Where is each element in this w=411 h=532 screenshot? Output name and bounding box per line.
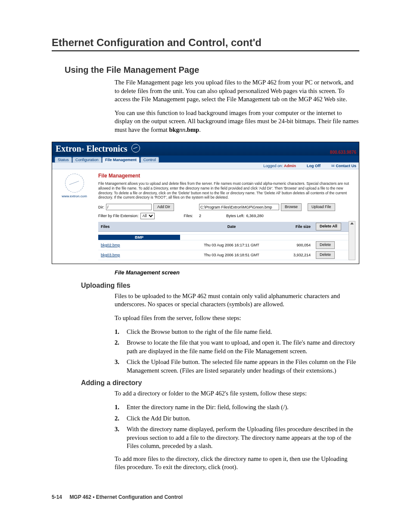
step-text: Enter the directory name in the Dir: fie… bbox=[127, 403, 359, 412]
logged-user: Admin bbox=[284, 164, 296, 168]
th-date: Date bbox=[185, 222, 278, 232]
figure-caption: File Management screen bbox=[115, 269, 359, 276]
fm-note: File Management allows you to upload and… bbox=[98, 181, 355, 200]
info-strip: Logged on: Admin Log Off ✉ Contact Us bbox=[52, 162, 359, 169]
tab-bar: Status Configuration File Management Con… bbox=[52, 156, 359, 162]
step-text: Browse to locate the file that you want … bbox=[127, 339, 359, 355]
p2-bold2: .bmp bbox=[185, 126, 199, 133]
intro-paragraph-2: You can use this function to load backgr… bbox=[115, 109, 359, 134]
bytes-value: 6,369,280 bbox=[246, 214, 264, 218]
file-size: 3,932,214 bbox=[278, 250, 313, 260]
adddir-p1: To add a directory or folder to the MGP … bbox=[115, 389, 359, 398]
adddir-p2: To add more files to the directory, clic… bbox=[115, 455, 359, 472]
file-link[interactable]: bkg03.bmp bbox=[101, 253, 120, 257]
tab-control[interactable]: Control bbox=[140, 157, 159, 163]
upload-p1: Files to be uploaded to the MGP 462 must… bbox=[115, 292, 359, 309]
delete-button[interactable]: Delete bbox=[316, 251, 335, 259]
page-number: 5-14 bbox=[52, 494, 62, 500]
logoff-link[interactable]: Log Off bbox=[307, 164, 321, 168]
file-path-input[interactable] bbox=[199, 204, 279, 210]
intro-paragraph-1: The File Management page lets you upload… bbox=[115, 78, 359, 104]
dir-label: Dir: bbox=[98, 205, 104, 209]
mail-icon: ✉ bbox=[331, 164, 335, 168]
tab-status[interactable]: Status bbox=[55, 157, 72, 163]
upload-file-button[interactable]: Upload File bbox=[308, 203, 335, 211]
p2-dot: . bbox=[199, 126, 201, 133]
file-size: 900,054 bbox=[278, 240, 313, 250]
filter-select[interactable]: All bbox=[140, 213, 155, 219]
brand-extron: Extron bbox=[56, 144, 81, 153]
file-management-screenshot: Extron® Electronics Status Configuration… bbox=[52, 142, 359, 264]
files-count: 2 bbox=[199, 214, 201, 218]
step-text: Click the Add Dir button. bbox=[127, 414, 359, 423]
th-files: Files bbox=[98, 222, 185, 232]
sub-uploading-files: Uploading files bbox=[81, 282, 359, 289]
scroll-up-icon bbox=[350, 222, 354, 224]
files-label: Files: bbox=[184, 214, 193, 218]
th-size: File size bbox=[278, 222, 313, 232]
brand-banner: Extron® Electronics bbox=[52, 142, 359, 156]
delete-button[interactable]: Delete bbox=[316, 241, 335, 249]
step-num: 3. bbox=[115, 358, 127, 375]
contact-link[interactable]: Contact Us bbox=[336, 164, 356, 168]
step-num: 1. bbox=[115, 403, 127, 412]
dir-input[interactable] bbox=[106, 204, 152, 210]
page-footer: 5-14 MGP 462 • Ethernet Configuration an… bbox=[52, 494, 359, 500]
step-num: 1. bbox=[115, 328, 127, 336]
files-table: Files Date File size Delete All BMP bkg0… bbox=[98, 222, 349, 260]
filter-label: Filter by File Extension: bbox=[98, 214, 139, 218]
upload-steps: 1.Click the Browse button to the right o… bbox=[115, 328, 359, 375]
brand-globe-icon bbox=[131, 144, 140, 152]
table-row: bkg02.bmp Thu 03 Aug 2006 16:17:11 GMT 9… bbox=[98, 240, 349, 250]
step-num: 2. bbox=[115, 414, 127, 423]
brand-electronics: Electronics bbox=[84, 144, 127, 153]
chapter-rule bbox=[52, 50, 359, 51]
footer-text: MGP 462 • Ethernet Configuration and Con… bbox=[69, 494, 183, 500]
logged-label: Logged on: bbox=[263, 164, 284, 168]
p2-bold1: bkg bbox=[169, 126, 179, 133]
chapter-title: Ethernet Configuration and Control, cont… bbox=[52, 37, 359, 49]
section-using-file-mgmt: Using the File Management Page bbox=[65, 65, 359, 75]
bytes-label: Bytes Left: bbox=[226, 214, 245, 218]
delete-all-button[interactable]: Delete All bbox=[316, 223, 341, 230]
add-dir-button[interactable]: Add Dir bbox=[153, 203, 174, 211]
upload-p2: To upload files from the server, follow … bbox=[115, 314, 359, 323]
file-date: Thu 03 Aug 2006 16:18:51 GMT bbox=[185, 250, 278, 260]
tab-configuration[interactable]: Configuration bbox=[72, 157, 102, 163]
step-text: Click the Upload File button. The select… bbox=[127, 358, 359, 375]
file-link[interactable]: bkg02.bmp bbox=[101, 243, 120, 247]
sidebar: www.extron.com bbox=[52, 169, 97, 264]
step-text: Click the Browse button to the right of … bbox=[127, 328, 359, 336]
phone-number: 800.633.9876 bbox=[330, 150, 356, 155]
sidebar-logo-icon bbox=[65, 174, 84, 193]
table-row: bkg03.bmp Thu 03 Aug 2006 16:18:51 GMT 3… bbox=[98, 250, 349, 260]
adddir-steps: 1.Enter the directory name in the Dir: f… bbox=[115, 403, 359, 451]
group-bmp: BMP bbox=[98, 235, 180, 240]
sidebar-url[interactable]: www.extron.com bbox=[54, 194, 95, 198]
file-date: Thu 03 Aug 2006 16:17:11 GMT bbox=[185, 240, 278, 250]
sub-adding-directory: Adding a directory bbox=[81, 379, 359, 387]
p2-italic: nn bbox=[179, 126, 186, 133]
browse-button[interactable]: Browse bbox=[281, 203, 302, 211]
scrollbar[interactable] bbox=[349, 221, 355, 260]
tab-file-management[interactable]: File Management bbox=[102, 157, 140, 163]
step-num: 3. bbox=[115, 425, 127, 451]
step-text: With the directory name displayed, perfo… bbox=[127, 425, 359, 451]
p2-text: You can use this function to load backgr… bbox=[115, 109, 358, 133]
fm-heading: File Management bbox=[98, 173, 355, 179]
step-num: 2. bbox=[115, 339, 127, 355]
